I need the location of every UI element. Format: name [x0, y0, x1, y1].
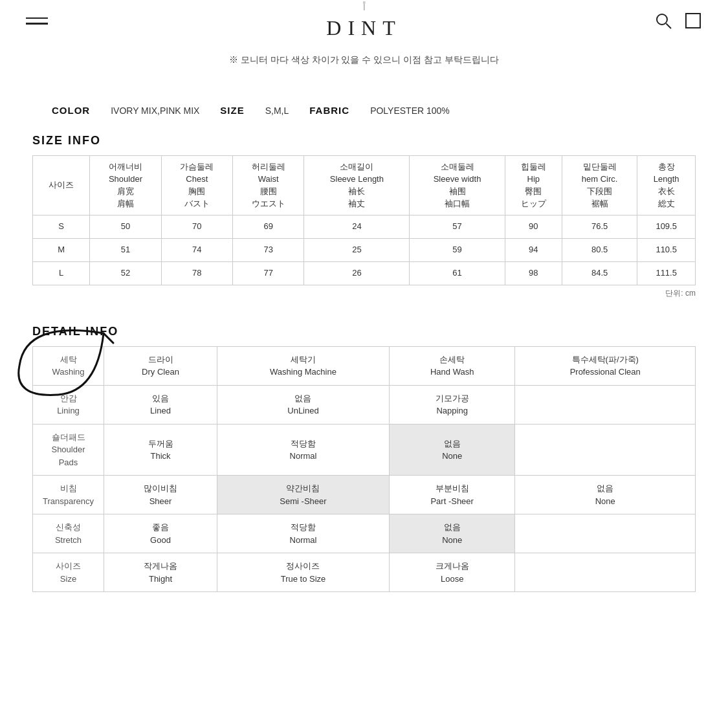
fabric-label: FABRIC [309, 105, 349, 116]
svg-line-2 [667, 24, 672, 29]
size-value-cell: 90 [505, 215, 562, 239]
hamburger-line-1 [26, 17, 48, 19]
color-value: IVORY MIX,PINK MIX [111, 105, 199, 116]
size-cell: M [33, 239, 90, 262]
size-value-cell: 70 [161, 215, 232, 239]
detail-value-cell: 드라이Dry Clean [104, 346, 217, 385]
size-value-cell: 84.5 [562, 262, 637, 285]
detail-value-cell: 많이비침Sheer [104, 476, 217, 514]
detail-table-row: 안감Lining있음Lined없음UnLined기모가공Napping [33, 385, 696, 424]
detail-value-cell: 없음UnLined [217, 385, 390, 424]
size-value: S,M,L [265, 105, 289, 116]
detail-value-cell: 적당함Normal [217, 514, 390, 553]
col-hem: 밑단둘레hem Circ.下段围裾幅 [562, 156, 637, 215]
size-value-cell: 61 [410, 262, 505, 285]
col-length: 총장Length衣长総丈 [637, 156, 696, 215]
detail-value-cell: 두꺼움Thick [104, 424, 217, 476]
logo[interactable]: DINT [326, 1, 401, 40]
detail-table-row: 숄더패드Shoulder Pads두꺼움Thick적당함Normal없음None [33, 424, 696, 476]
col-chest: 가슴둘레Chest胸围バスト [161, 156, 232, 215]
size-value-cell: 59 [410, 239, 505, 262]
size-value-cell: 77 [232, 262, 303, 285]
size-label: SIZE [220, 105, 244, 116]
size-value-cell: 76.5 [562, 215, 637, 239]
svg-rect-3 [686, 14, 700, 28]
detail-table-row: 세탁Washing드라이Dry Clean세탁기Washing Machine손… [33, 346, 696, 385]
detail-value-cell: 손세탁Hand Wash [389, 346, 514, 385]
detail-table-row: 신축성Stretch좋음Good적당함Normal없음None [33, 514, 696, 553]
search-button[interactable] [654, 12, 672, 30]
detail-value-cell [515, 553, 696, 592]
size-value-cell: 111.5 [637, 262, 696, 285]
size-value-cell: 26 [304, 262, 410, 285]
size-value-cell: 80.5 [562, 239, 637, 262]
size-value-cell: 98 [505, 262, 562, 285]
size-value-cell: 24 [304, 215, 410, 239]
detail-label-cell: 세탁Washing [33, 346, 104, 385]
detail-value-cell: 정사이즈True to Size [217, 553, 390, 592]
col-sleeve-width: 소매둘레Sleeve width袖围袖口幅 [410, 156, 505, 215]
detail-value-cell: 기모가공Napping [389, 385, 514, 424]
color-label: COLOR [52, 105, 90, 116]
size-value-cell: 109.5 [637, 215, 696, 239]
notice-bar: ※ 모니터 마다 색상 차이가 있을 수 있으니 이점 참고 부탁드립니다 [0, 36, 728, 105]
size-value-cell: 94 [505, 239, 562, 262]
hamburger-line-2 [26, 23, 48, 25]
notice-text: ※ 모니터 마다 색상 차이가 있을 수 있으니 이점 참고 부탁드립니다 [229, 54, 499, 65]
detail-value-cell: 부분비침Part -Sheer [389, 476, 514, 514]
detail-value-cell: 없음None [515, 476, 696, 514]
hamburger-menu[interactable] [26, 17, 48, 25]
col-shoulder: 어깨너비Shoulder肩宽肩幅 [90, 156, 161, 215]
detail-value-cell: 없음None [389, 424, 514, 476]
svg-point-1 [657, 14, 667, 25]
header-actions [654, 12, 702, 30]
col-hip: 힙둘레Hip臀围ヒップ [505, 156, 562, 215]
size-table-row: M51747325599480.5110.5 [33, 239, 696, 262]
unit-note: 단위: cm [0, 285, 728, 312]
detail-label-cell: 안감Lining [33, 385, 104, 424]
size-value-cell: 50 [90, 215, 161, 239]
size-value-cell: 110.5 [637, 239, 696, 262]
cart-button[interactable] [684, 12, 702, 30]
detail-info-title: DETAIL INFO [32, 325, 696, 346]
fabric-value: POLYESTER 100% [370, 105, 450, 116]
size-value-cell: 73 [232, 239, 303, 262]
size-cell: S [33, 215, 90, 239]
detail-label-cell: 신축성Stretch [33, 514, 104, 553]
size-value-cell: 52 [90, 262, 161, 285]
detail-value-cell: 약간비침Semi -Sheer [217, 476, 390, 514]
detail-value-cell [515, 424, 696, 476]
detail-label-cell: 사이즈Size [33, 553, 104, 592]
size-table-header-row: 사이즈 어깨너비Shoulder肩宽肩幅 가슴둘레Chest胸围バスト 허리둘레… [33, 156, 696, 215]
svg-point-0 [362, 1, 365, 5]
detail-table: 세탁Washing드라이Dry Clean세탁기Washing Machine손… [32, 346, 696, 593]
size-value-cell: 25 [304, 239, 410, 262]
detail-value-cell: 세탁기Washing Machine [217, 346, 390, 385]
detail-value-cell [515, 385, 696, 424]
detail-value-cell: 크게나옴Loose [389, 553, 514, 592]
detail-table-row: 비침Transparency많이비침Sheer약간비침Semi -Sheer부분… [33, 476, 696, 514]
size-value-cell: 57 [410, 215, 505, 239]
header: DINT [0, 0, 728, 36]
detail-value-cell [515, 514, 696, 553]
size-table-row: S50706924579076.5109.5 [33, 215, 696, 239]
detail-label-cell: 숄더패드Shoulder Pads [33, 424, 104, 476]
detail-value-cell: 없음None [389, 514, 514, 553]
size-info-title: SIZE INFO [0, 134, 728, 155]
detail-label-cell: 비침Transparency [33, 476, 104, 514]
detail-value-cell: 있음Lined [104, 385, 217, 424]
detail-section: DETAIL INFO 세탁Washing드라이Dry Clean세탁기Wash… [0, 312, 728, 593]
size-value-cell: 78 [161, 262, 232, 285]
product-meta: COLOR IVORY MIX,PINK MIX SIZE S,M,L FABR… [0, 105, 728, 134]
logo-crown [326, 1, 401, 15]
size-value-cell: 51 [90, 239, 161, 262]
detail-table-row: 사이즈Size작게나옴Thight정사이즈True to Size크게나옴Loo… [33, 553, 696, 592]
col-waist: 허리둘레Waist腰围ウエスト [232, 156, 303, 215]
detail-value-cell: 좋음Good [104, 514, 217, 553]
detail-value-cell: 특수세탁(파/가죽)Professional Clean [515, 346, 696, 385]
detail-value-cell: 적당함Normal [217, 424, 390, 476]
size-value-cell: 74 [161, 239, 232, 262]
logo-text: DINT [326, 16, 401, 39]
size-cell: L [33, 262, 90, 285]
col-size: 사이즈 [33, 156, 90, 215]
